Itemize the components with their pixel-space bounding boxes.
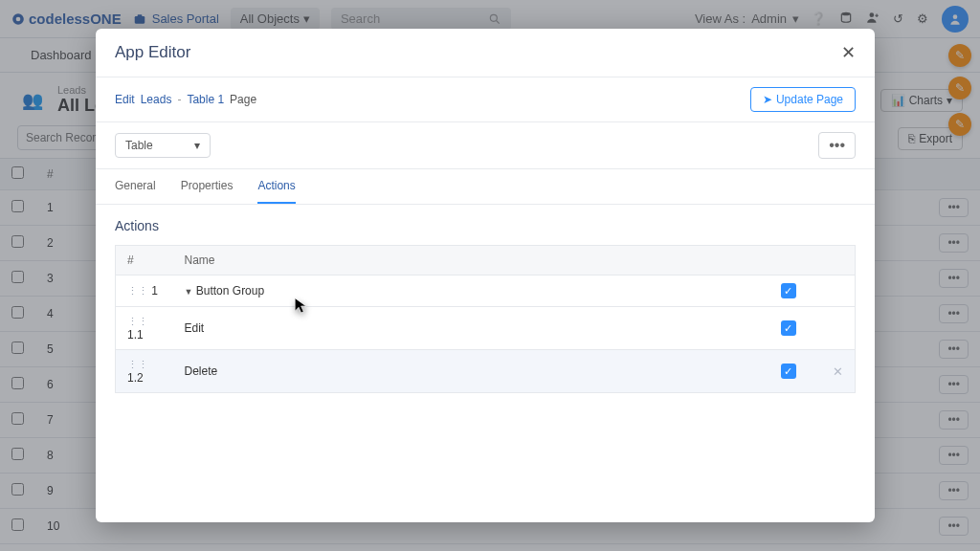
crumb-edit[interactable]: Edit (115, 93, 135, 106)
col-name: Name (173, 246, 769, 276)
modal-title: App Editor (115, 43, 190, 62)
crumb-sep: - (177, 93, 181, 106)
toolbar-more-button[interactable]: ••• (818, 132, 856, 159)
tab-actions[interactable]: Actions (257, 169, 295, 204)
chevron-down-icon: ▾ (194, 139, 200, 152)
element-select[interactable]: Table ▾ (115, 133, 211, 158)
action-row[interactable]: ⋮⋮ 1.2Delete✓✕ (116, 350, 856, 393)
section-title: Actions (115, 218, 856, 233)
checkbox-checked[interactable]: ✓ (781, 283, 796, 298)
row-name: Delete (185, 364, 218, 378)
paper-plane-icon: ➤ (763, 93, 772, 106)
row-num: 1.1 (127, 328, 144, 342)
select-value: Table (125, 139, 153, 152)
app-editor-modal: App Editor ✕ Edit Leads - Table 1 Page ➤… (96, 29, 875, 522)
tab-properties[interactable]: Properties (181, 169, 234, 204)
checkbox-checked[interactable]: ✓ (781, 364, 796, 379)
row-name: Button Group (196, 284, 264, 298)
update-label: Update Page (776, 93, 843, 106)
action-row[interactable]: ⋮⋮ 1▼ Button Group✓ (116, 276, 856, 307)
col-num: # (116, 246, 173, 276)
actions-table: # Name ⋮⋮ 1▼ Button Group✓⋮⋮ 1.1Edit✓⋮⋮ … (115, 245, 856, 393)
row-name: Edit (185, 321, 205, 335)
crumb-page: Page (230, 93, 256, 106)
row-num: 1.2 (127, 371, 144, 385)
row-num: 1 (151, 284, 158, 298)
drag-handle-icon[interactable]: ⋮⋮ (127, 316, 148, 327)
close-button[interactable]: ✕ (841, 42, 856, 63)
drag-handle-icon[interactable]: ⋮⋮ (127, 285, 148, 297)
checkbox-checked[interactable]: ✓ (781, 320, 796, 336)
caret-down-icon[interactable]: ▼ (185, 287, 193, 297)
update-page-button[interactable]: ➤ Update Page (750, 87, 856, 112)
drag-handle-icon[interactable]: ⋮⋮ (127, 359, 148, 370)
tab-general[interactable]: General (115, 169, 156, 204)
crumb-leads[interactable]: Leads (141, 93, 172, 106)
crumb-table1[interactable]: Table 1 (187, 93, 224, 106)
action-row[interactable]: ⋮⋮ 1.1Edit✓ (116, 307, 856, 350)
delete-row-button[interactable]: ✕ (833, 364, 843, 379)
